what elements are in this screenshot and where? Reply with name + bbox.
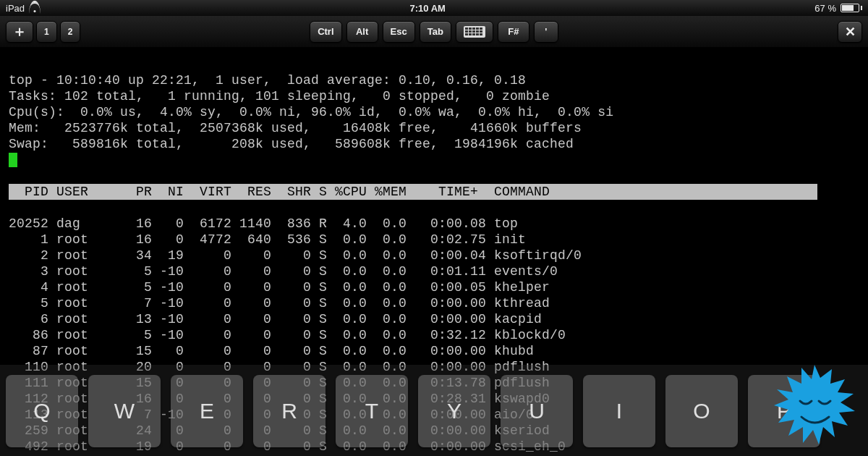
tab-key-button[interactable]: Tab: [420, 21, 451, 43]
ipad-status-bar: iPad 7:10 AM 67 %: [0, 0, 868, 16]
top-summary-line: top - 10:10:40 up 22:21, 1 user, load av…: [9, 73, 526, 88]
session-tab-1[interactable]: 1: [36, 21, 57, 43]
ctrl-key-button[interactable]: Ctrl: [310, 21, 341, 43]
key-r[interactable]: R: [253, 375, 326, 447]
alt-key-button[interactable]: Alt: [346, 21, 378, 43]
close-button[interactable]: ✕: [838, 21, 862, 43]
process-row: 2 root 34 19 0 0 0 S 0.0 0.0 0:00.04 kso…: [9, 248, 582, 263]
key-q[interactable]: Q: [6, 375, 78, 447]
process-row: 6 root 13 -10 0 0 0 S 0.0 0.0 0:00.00 ka…: [9, 312, 542, 326]
key-w[interactable]: W: [88, 375, 161, 447]
onscreen-keyboard[interactable]: Q W E R T Y U I O P: [0, 365, 868, 456]
apostrophe-button[interactable]: ': [534, 21, 558, 43]
process-row: 5 root 7 -10 0 0 0 S 0.0 0.0 0:00.00 kth…: [9, 296, 550, 311]
process-row: 1 root 16 0 4772 640 536 S 0.0 0.0 0:02.…: [9, 232, 526, 247]
close-icon: ✕: [845, 24, 856, 40]
key-i[interactable]: I: [583, 375, 655, 447]
top-summary-line: Cpu(s): 0.0% us, 4.0% sy, 0.0% ni, 96.0%…: [9, 105, 613, 119]
process-row: 87 root 15 0 0 0 0 S 0.0 0.0 0:00.00 khu…: [9, 344, 534, 358]
wifi-icon: [29, 4, 41, 12]
process-row: 86 root 5 -10 0 0 0 S 0.0 0.0 0:32.12 kb…: [9, 328, 566, 342]
svg-marker-0: [774, 365, 855, 444]
session-tab-2[interactable]: 2: [60, 21, 81, 43]
app-toolbar: ＋ 1 2 Ctrl Alt Esc Tab F# ' ✕: [0, 16, 868, 48]
top-summary-line: Swap: 589816k total, 208k used, 589608k …: [9, 137, 574, 151]
toggle-keyboard-button[interactable]: [456, 21, 493, 43]
mascot-icon: [771, 363, 858, 450]
process-row: 3 root 5 -10 0 0 0 S 0.0 0.0 0:01.11 eve…: [9, 264, 558, 279]
function-keys-button[interactable]: F#: [498, 21, 529, 43]
process-row: 20252 dag 16 0 6172 1140 836 R 4.0 0.0 0…: [9, 216, 518, 231]
key-y[interactable]: Y: [418, 375, 490, 447]
device-label: iPad: [6, 3, 25, 14]
esc-key-button[interactable]: Esc: [383, 21, 415, 43]
battery-percent: 67 %: [814, 3, 836, 14]
terminal-cursor: [9, 153, 17, 167]
new-tab-button[interactable]: ＋: [6, 21, 33, 43]
key-e[interactable]: E: [171, 375, 243, 447]
top-summary-line: Mem: 2523776k total, 2507368k used, 1640…: [9, 121, 582, 135]
key-o[interactable]: O: [665, 375, 738, 447]
keyboard-icon: [464, 26, 485, 38]
key-t[interactable]: T: [336, 375, 408, 447]
top-columns-header: PID USER PR NI VIRT RES SHR S %CPU %MEM …: [9, 184, 817, 200]
top-summary-line: Tasks: 102 total, 1 running, 101 sleepin…: [9, 89, 550, 104]
clock: 7:10 AM: [410, 3, 446, 14]
key-u[interactable]: U: [501, 375, 573, 447]
battery-icon: [841, 4, 862, 12]
process-row: 4 root 5 -10 0 0 0 S 0.0 0.0 0:00.05 khe…: [9, 280, 550, 295]
